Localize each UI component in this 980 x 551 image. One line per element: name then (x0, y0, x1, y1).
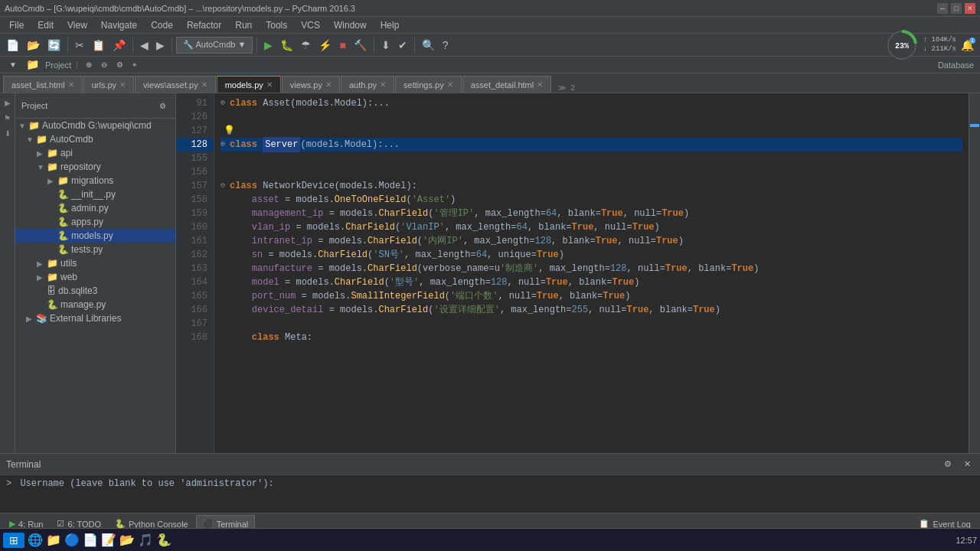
sidebar-settings-btn[interactable]: ⚙ (156, 96, 169, 115)
tab-urls[interactable]: urls.py ✕ (83, 76, 134, 93)
new-file-button[interactable]: 📄 (3, 36, 22, 54)
tab-views-close[interactable]: ✕ (325, 80, 332, 89)
tab-auth-close[interactable]: ✕ (380, 80, 386, 89)
minimize-button[interactable]: ─ (937, 3, 948, 14)
toolbar-separator-3 (172, 37, 172, 53)
tree-item-repository[interactable]: ▼ 📁 repository (15, 160, 175, 174)
copy-button[interactable]: 📋 (89, 36, 108, 54)
tab-views-asset[interactable]: views\asset.py ✕ (135, 76, 216, 93)
tab-auth[interactable]: auth.py ✕ (341, 76, 394, 93)
menu-help[interactable]: Help (374, 18, 406, 32)
close-button[interactable]: ✕ (965, 3, 975, 14)
tab-settings[interactable]: settings.py ✕ (395, 76, 462, 93)
project-selector[interactable]: 🔧 AutoCmdb ▼ (176, 37, 253, 54)
taskbar-icon-6[interactable]: 📂 (119, 533, 135, 547)
tree-item-utils[interactable]: ▶ 📁 utils (15, 256, 175, 270)
tab-models-label: models.py (225, 80, 263, 90)
tab-urls-close[interactable]: ✕ (119, 80, 126, 89)
fold-marker-91[interactable]: ⊕ (220, 96, 230, 110)
ls-btn-3[interactable]: ⬇ (2, 127, 14, 139)
help-button[interactable]: ? (439, 36, 452, 54)
run-button[interactable]: ▶ (261, 36, 276, 54)
menu-vcs[interactable]: VCS (295, 18, 326, 32)
sync-button[interactable]: 🔄 (44, 36, 64, 54)
back-button[interactable]: ◀ (137, 36, 152, 54)
breadcrumb-btn1[interactable]: ⊕ (83, 56, 95, 74)
ls-btn-1[interactable]: ▶ (2, 96, 14, 109)
search-everywhere-button[interactable]: 🔍 (419, 36, 438, 54)
ls-btn-2[interactable]: ⚑ (2, 112, 14, 124)
breadcrumb-btn4[interactable]: ⌖ (129, 56, 140, 74)
tab-models[interactable]: models.py ✕ (217, 76, 281, 93)
menu-navigate[interactable]: Navigate (95, 18, 143, 32)
tree-item-admin[interactable]: 🐍 admin.py (15, 201, 175, 215)
taskbar-icon-5[interactable]: 📝 (101, 533, 116, 547)
tab-settings-close[interactable]: ✕ (447, 80, 453, 89)
start-button[interactable]: ⊞ (3, 533, 24, 548)
menu-view[interactable]: View (61, 18, 93, 32)
taskbar-icon-3[interactable]: 🔵 (64, 533, 80, 547)
breadcrumb-project[interactable]: Project (45, 60, 71, 70)
terminal-settings-btn[interactable]: ⚙ (941, 455, 955, 474)
menu-run[interactable]: Run (229, 18, 258, 32)
tree-item-apps[interactable]: 🐍 apps.py (15, 215, 175, 229)
menu-refactor[interactable]: Refactor (181, 18, 227, 32)
tree-item-tests[interactable]: 🐍 tests.py (15, 243, 175, 256)
tree-item-models[interactable]: 🐍 models.py (15, 229, 175, 243)
taskbar-icon-8[interactable]: 🐍 (156, 533, 172, 547)
build-button[interactable]: 🔨 (351, 36, 370, 54)
menu-window[interactable]: Window (328, 18, 373, 32)
menu-tools[interactable]: Tools (260, 18, 293, 32)
left-strip: ▶ ⚑ ⬇ (0, 93, 15, 453)
tree-item-db[interactable]: 🗄 db.sqlite3 (15, 284, 175, 298)
open-button[interactable]: 📂 (24, 36, 43, 54)
taskbar-icon-2[interactable]: 📁 (46, 533, 61, 547)
tab-asset-list-close[interactable]: ✕ (68, 80, 74, 89)
tree-item-autocmdb[interactable]: ▼ 📁 AutoCmdb (15, 132, 175, 146)
tree-item-api[interactable]: ▶ 📁 api (15, 146, 175, 160)
tree-item-autocmdb-root[interactable]: ▼ 📁 AutoCmdb G:\wupeiqi\cmd (15, 119, 175, 132)
tab-asset-detail[interactable]: asset_detail.html ✕ (462, 76, 552, 93)
cut-button[interactable]: ✂ (72, 36, 87, 54)
tree-item-migrations[interactable]: ▶ 📁 migrations (15, 174, 175, 187)
python-console-label: Python Console (129, 520, 188, 529)
code-area[interactable]: 91 126 127 128 155 156 157 158 159 160 1… (176, 93, 980, 453)
tab-asset-list[interactable]: asset_list.html ✕ (3, 76, 83, 93)
tree-item-manage[interactable]: 🐍 manage.py (15, 298, 175, 311)
vcs-commit-button[interactable]: ✔ (395, 36, 410, 54)
menu-file[interactable]: File (3, 18, 30, 32)
tab-views[interactable]: views.py ✕ (282, 76, 340, 93)
taskbar-icon-7[interactable]: 🎵 (138, 533, 153, 547)
breadcrumb-btn3[interactable]: ⚙ (113, 56, 126, 74)
terminal-close-btn[interactable]: ✕ (961, 455, 974, 474)
forward-button[interactable]: ▶ (153, 36, 168, 54)
terminal-panel-header: Terminal ⚙ ✕ (0, 453, 980, 474)
maximize-button[interactable]: □ (951, 3, 962, 14)
stop-button[interactable]: ■ (336, 36, 348, 54)
terminal-area[interactable]: > Username (leave blank to use 'administ… (0, 474, 980, 513)
breadcrumb-btn2[interactable]: ⊖ (98, 56, 110, 74)
tree-item-external-libs[interactable]: ▶ 📚 External Libraries (15, 311, 175, 325)
taskbar-icon-1[interactable]: 🌐 (28, 533, 43, 547)
vcs-update-button[interactable]: ⬇ (378, 36, 394, 54)
code-content[interactable]: ⊕ class Asset (models.Model):... 💡 (214, 93, 969, 453)
tab-models-close[interactable]: ✕ (266, 80, 273, 89)
tree-item-init[interactable]: 🐍 __init__.py (15, 187, 175, 201)
fold-marker-157[interactable]: ⊖ (220, 179, 230, 193)
debug-button[interactable]: 🐛 (277, 36, 296, 54)
coverage-button[interactable]: ☂ (298, 36, 314, 54)
notifications-button[interactable]: 🔔1 (958, 36, 977, 54)
menu-edit[interactable]: Edit (31, 18, 60, 32)
paste-button[interactable]: 📌 (109, 36, 129, 54)
profile-button[interactable]: ⚡ (315, 36, 335, 54)
lightbulb-icon[interactable]: 💡 (224, 124, 235, 138)
menu-code[interactable]: Code (145, 18, 179, 32)
tab-views-asset-close[interactable]: ✕ (201, 80, 207, 89)
tree-item-web[interactable]: ▶ 📁 web (15, 270, 175, 284)
terminal-header-label: Terminal (6, 459, 41, 470)
project-view-toggle[interactable]: ▼ (6, 56, 20, 74)
tab-asset-detail-close[interactable]: ✕ (537, 80, 543, 89)
taskbar-icon-4[interactable]: 📄 (83, 533, 98, 547)
fold-marker-128[interactable]: ⊕ (220, 138, 230, 152)
tree-label: admin.py (71, 203, 109, 214)
